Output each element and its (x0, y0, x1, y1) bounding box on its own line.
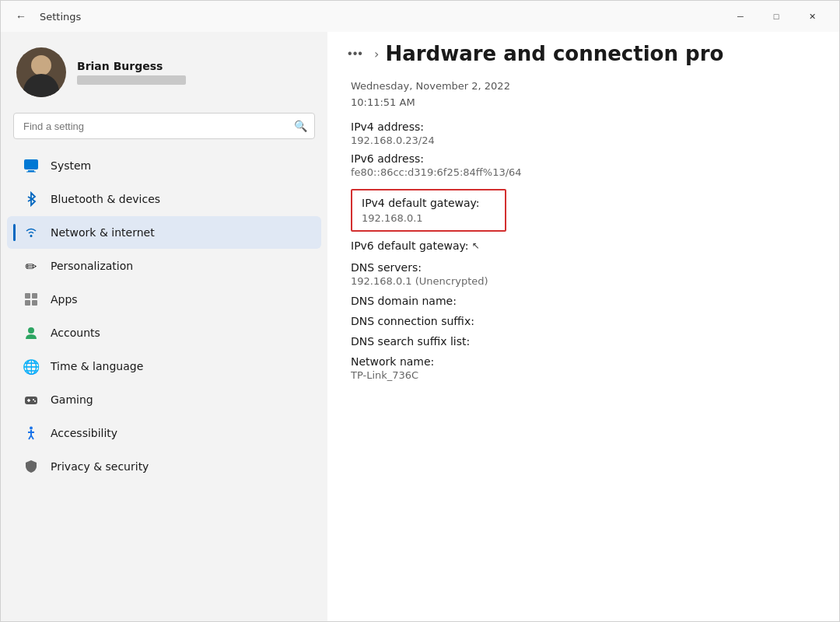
dns-domain-row: DNS domain name: (351, 295, 816, 307)
titlebar: ← Settings ─ □ ✕ (1, 1, 839, 32)
ipv4-gateway-highlight: IPv4 default gateway: 192.168.0.1 (351, 189, 506, 232)
sidebar-item-bluetooth[interactable]: Bluetooth & devices (7, 183, 321, 215)
sidebar-item-system-label: System (51, 159, 91, 172)
sidebar-item-personalization-label: Personalization (51, 260, 133, 272)
dns-domain-label: DNS domain name: (351, 295, 816, 307)
sidebar-item-privacy-label: Privacy & security (51, 460, 149, 473)
network-name-row: Network name: TP-Link_736C (351, 355, 816, 381)
main-content: Wednesday, November 2, 2022 10:11:51 AM … (327, 72, 839, 621)
dns-suffix-label: DNS connection suffix: (351, 315, 816, 327)
sidebar-item-gaming-label: Gaming (51, 393, 93, 406)
close-button[interactable]: ✕ (794, 4, 830, 29)
search-input[interactable] (13, 113, 315, 139)
accessibility-icon (23, 425, 40, 442)
sidebar-item-apps[interactable]: Apps (7, 283, 321, 316)
user-name: Brian Burgess (77, 60, 312, 72)
ipv6-gateway-row: IPv6 default gateway: ↖ (351, 239, 816, 252)
gaming-icon (23, 391, 40, 408)
sidebar-item-personalization[interactable]: ✏️ Personalization (7, 250, 321, 282)
ipv6-address-row: IPv6 address: fe80::86cc:d319:6f25:84ff%… (351, 152, 816, 178)
ipv6-address-label: IPv6 address: (351, 152, 816, 165)
svg-point-14 (30, 427, 33, 430)
minimize-button[interactable]: ─ (723, 4, 758, 29)
ipv4-address-row: IPv4 address: 192.168.0.23/24 (351, 121, 816, 146)
svg-point-12 (33, 399, 34, 400)
sidebar-item-accessibility-label: Accessibility (51, 427, 117, 439)
main-panel: ••• › Hardware and connection pro Wednes… (327, 32, 839, 621)
svg-rect-4 (25, 293, 30, 299)
window-controls: ─ □ ✕ (723, 4, 830, 29)
dns-servers-row: DNS servers: 192.168.0.1 (Unencrypted) (351, 261, 816, 287)
timestamp-line1: Wednesday, November 2, 2022 (351, 79, 816, 95)
time-icon: 🌐 (23, 358, 40, 375)
svg-rect-0 (24, 159, 38, 169)
sidebar-item-accounts-label: Accounts (51, 327, 100, 339)
sidebar-item-apps-label: Apps (51, 293, 78, 306)
sidebar-item-network-label: Network & internet (51, 226, 155, 239)
svg-rect-9 (25, 397, 37, 404)
dns-servers-label: DNS servers: (351, 261, 816, 274)
info-section: Wednesday, November 2, 2022 10:11:51 AM … (351, 72, 816, 393)
svg-rect-6 (25, 300, 30, 306)
system-icon (23, 157, 40, 174)
svg-rect-5 (32, 293, 37, 299)
ipv4-address-label: IPv4 address: (351, 121, 816, 133)
network-icon (23, 224, 40, 241)
sidebar-item-accounts[interactable]: Accounts (7, 316, 321, 349)
personalization-icon: ✏️ (23, 257, 40, 274)
breadcrumb-separator: › (374, 47, 379, 61)
search-icon: 🔍 (294, 120, 307, 132)
app-title: Settings (40, 11, 81, 23)
user-info: Brian Burgess (77, 60, 312, 85)
user-section: Brian Burgess (1, 32, 327, 110)
svg-point-3 (30, 235, 33, 237)
ipv6-gateway-label-text: IPv6 default gateway: (351, 239, 469, 252)
ipv4-gateway-label: IPv4 default gateway: (362, 197, 495, 209)
dns-search-row: DNS search suffix list: (351, 335, 816, 348)
content-area: Brian Burgess 🔍 (1, 32, 839, 621)
cursor-icon: ↖ (472, 240, 480, 251)
sidebar-item-bluetooth-label: Bluetooth & devices (51, 193, 160, 205)
sidebar-item-gaming[interactable]: Gaming (7, 383, 321, 416)
sidebar: Brian Burgess 🔍 (1, 32, 327, 621)
settings-window: ← Settings ─ □ ✕ Brian Burgess 🔍 (0, 0, 840, 622)
main-header: ••• › Hardware and connection pro (327, 32, 839, 72)
search-container: 🔍 (13, 113, 315, 139)
dns-search-label: DNS search suffix list: (351, 335, 816, 348)
svg-rect-2 (26, 172, 36, 173)
svg-point-13 (34, 400, 36, 402)
timestamp: Wednesday, November 2, 2022 10:11:51 AM (351, 79, 816, 111)
sidebar-item-time-label: Time & language (51, 360, 143, 372)
ipv6-address-value: fe80::86cc:d319:6f25:84ff%13/64 (351, 166, 816, 178)
sidebar-item-network[interactable]: Network & internet (7, 216, 321, 249)
page-title: Hardware and connection pro (385, 42, 723, 65)
dns-servers-value: 192.168.0.1 (Unencrypted) (351, 275, 816, 287)
user-email (77, 75, 186, 85)
dns-suffix-row: DNS connection suffix: (351, 315, 816, 327)
ipv6-gateway-label: IPv6 default gateway: ↖ (351, 239, 816, 252)
back-button[interactable]: ← (10, 5, 32, 27)
accounts-icon (23, 324, 40, 341)
active-indicator (13, 224, 16, 241)
sidebar-item-system[interactable]: System (7, 149, 321, 182)
nav-list: System Bluetooth & devices (1, 149, 327, 621)
sidebar-item-time[interactable]: 🌐 Time & language (7, 350, 321, 383)
ipv4-address-value: 192.168.0.23/24 (351, 135, 816, 146)
titlebar-left: ← Settings (10, 5, 723, 27)
avatar (16, 47, 66, 97)
network-name-value: TP-Link_736C (351, 369, 816, 381)
timestamp-line2: 10:11:51 AM (351, 95, 816, 111)
network-name-label: Network name: (351, 355, 816, 368)
sidebar-item-privacy[interactable]: Privacy & security (7, 450, 321, 483)
privacy-icon (23, 458, 40, 475)
maximize-button[interactable]: □ (758, 4, 794, 29)
ipv4-gateway-value: 192.168.0.1 (362, 212, 495, 224)
bluetooth-icon (23, 190, 40, 208)
more-options-button[interactable]: ••• (343, 41, 368, 66)
sidebar-item-accessibility[interactable]: Accessibility (7, 417, 321, 449)
svg-rect-7 (32, 300, 37, 306)
svg-line-18 (31, 435, 33, 439)
apps-icon (23, 291, 40, 308)
svg-point-8 (28, 327, 34, 334)
